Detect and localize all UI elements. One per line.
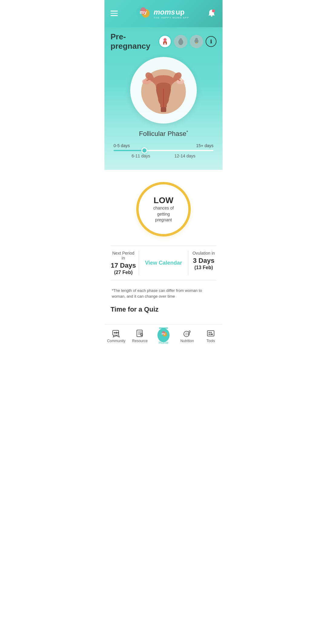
svg-point-18 bbox=[114, 332, 115, 334]
svg-rect-37 bbox=[209, 334, 210, 335]
svg-point-6 bbox=[164, 38, 167, 41]
svg-rect-4 bbox=[211, 15, 212, 17]
divider-right bbox=[188, 251, 188, 275]
timeline-dot[interactable] bbox=[141, 147, 147, 154]
uterus-illustration bbox=[111, 57, 216, 124]
svg-text:my: my bbox=[162, 332, 166, 335]
community-icon bbox=[112, 329, 121, 338]
nav-label-nutrition: Nutrition bbox=[180, 339, 194, 343]
next-period-days: 17 Days bbox=[111, 262, 136, 269]
nav-item-resource[interactable]: Resource bbox=[128, 329, 152, 343]
logo-moms: moms bbox=[154, 8, 175, 16]
ovulation-date: (13 Feb) bbox=[191, 265, 216, 270]
svg-rect-34 bbox=[207, 331, 214, 336]
chances-level: LOW bbox=[154, 196, 173, 205]
info-button[interactable]: ℹ bbox=[206, 36, 216, 47]
nav-item-nutrition[interactable]: Nutrition bbox=[175, 329, 199, 343]
logo-area: my moms up THE HAPPY MOMS APP bbox=[135, 5, 189, 21]
tools-icon bbox=[206, 329, 215, 338]
page-title: Pre-pregnancy bbox=[111, 32, 158, 51]
divider-left bbox=[139, 251, 139, 275]
uterus-circle bbox=[130, 57, 197, 124]
svg-point-32 bbox=[185, 332, 188, 335]
ovulation-days: 3 Days bbox=[191, 257, 216, 265]
nutrition-icon bbox=[183, 329, 191, 338]
ovulation-cell: Ovulation in 3 Days (13 Feb) bbox=[191, 251, 216, 275]
timeline-label-mid2: 12-14 days bbox=[174, 154, 195, 158]
svg-point-17 bbox=[115, 332, 117, 334]
home-icon: my bbox=[159, 331, 168, 339]
nav-item-community[interactable]: Community bbox=[104, 329, 128, 343]
svg-rect-36 bbox=[210, 332, 212, 333]
quiz-title: Time for a Quiz bbox=[111, 305, 216, 313]
bell-icon[interactable] bbox=[207, 8, 216, 18]
white-section: LOW chances ofgettingpregnant Next Perio… bbox=[104, 173, 223, 324]
nav-item-tools[interactable]: Tools bbox=[199, 329, 223, 343]
chances-wrapper: LOW chances ofgettingpregnant bbox=[111, 182, 216, 236]
timeline-labels-top: 0-5 days 15+ days bbox=[114, 143, 213, 148]
stage-icons: ℹ bbox=[158, 35, 216, 48]
bottom-nav: Community Resource my bbox=[104, 324, 223, 350]
logo-icon: my bbox=[135, 5, 151, 21]
logo-text-area: moms up THE HAPPY MOMS APP bbox=[154, 8, 189, 19]
stage-icon-pregnancy[interactable] bbox=[174, 35, 187, 48]
timeline-track bbox=[114, 150, 213, 151]
logo-up: up bbox=[176, 8, 184, 16]
timeline-labels-bottom: 6-11 days 12-14 days bbox=[114, 154, 213, 158]
ovulation-label: Ovulation in bbox=[191, 251, 216, 256]
timeline-label-left: 0-5 days bbox=[114, 143, 130, 148]
nav-label-home: Home bbox=[159, 341, 168, 345]
nav-item-home[interactable]: my Home bbox=[152, 328, 175, 345]
svg-point-8 bbox=[180, 38, 182, 41]
next-period-label: Next Period in bbox=[111, 251, 136, 260]
nav-label-resource: Resource bbox=[132, 339, 147, 343]
svg-point-9 bbox=[195, 38, 198, 40]
logo-subtitle: THE HAPPY MOMS APP bbox=[154, 16, 189, 19]
timeline: 0-5 days 15+ days 6-11 days 12-14 days bbox=[114, 143, 213, 158]
nav-label-tools: Tools bbox=[206, 339, 215, 343]
uterus-svg bbox=[136, 63, 191, 117]
stage-icon-baby[interactable] bbox=[190, 35, 203, 48]
hamburger-menu[interactable] bbox=[111, 11, 118, 16]
svg-text:my: my bbox=[140, 10, 147, 15]
svg-rect-38 bbox=[210, 334, 213, 335]
info-row: Next Period in 17 Days (27 Feb) View Cal… bbox=[111, 246, 216, 280]
svg-rect-35 bbox=[209, 332, 210, 333]
timeline-fill bbox=[114, 150, 144, 151]
resource-icon bbox=[136, 329, 144, 338]
top-row: Pre-pregnancy bbox=[111, 27, 216, 54]
svg-point-5 bbox=[212, 9, 215, 12]
next-period-date: (27 Feb) bbox=[111, 270, 136, 275]
phase-label: Follicular Phase* bbox=[111, 130, 216, 138]
chances-description: chances ofgettingpregnant bbox=[153, 205, 174, 223]
stage-icon-prepregnancy[interactable] bbox=[158, 35, 172, 48]
app-header: my moms up THE HAPPY MOMS APP bbox=[104, 0, 223, 27]
svg-point-19 bbox=[117, 332, 119, 334]
svg-rect-14 bbox=[161, 107, 166, 112]
chances-circle: LOW chances ofgettingpregnant bbox=[136, 182, 191, 236]
timeline-label-mid1: 6-11 days bbox=[132, 154, 150, 158]
disclaimer: *The length of each phase can differ fro… bbox=[111, 288, 216, 299]
timeline-label-right: 15+ days bbox=[196, 143, 213, 148]
next-period-cell: Next Period in 17 Days (27 Feb) bbox=[111, 251, 136, 275]
main-content: Pre-pregnancy bbox=[104, 27, 223, 170]
view-calendar-button[interactable]: View Calendar bbox=[141, 251, 186, 275]
nav-label-community: Community bbox=[107, 339, 126, 343]
